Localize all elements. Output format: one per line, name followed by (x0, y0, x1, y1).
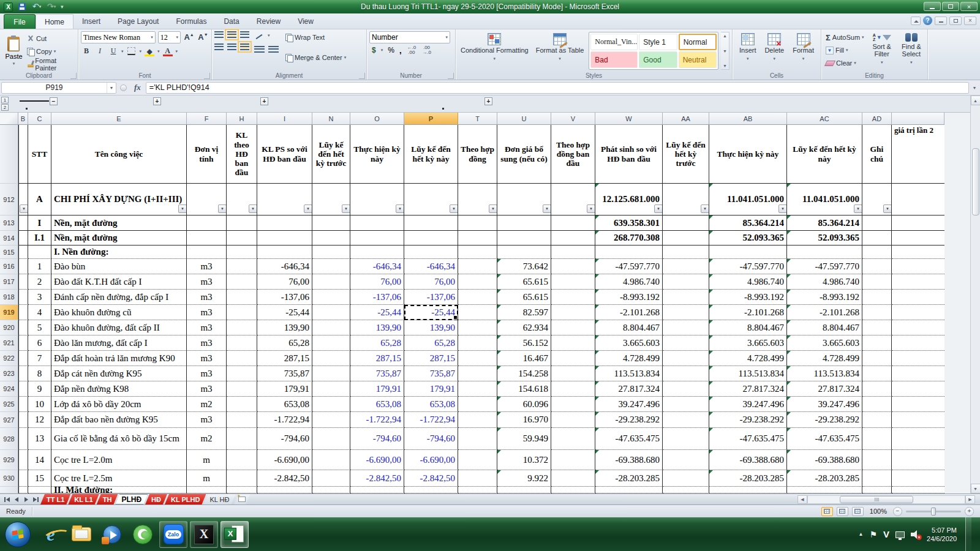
outline-level-1-button[interactable]: 1 (1, 97, 9, 103)
cell-928-i[interactable]: -794,60 (257, 428, 312, 450)
cell-921-klhd[interactable] (227, 335, 257, 351)
input-language-indicator[interactable]: V (883, 529, 889, 539)
cell-914-aa[interactable] (663, 231, 709, 246)
cell-923-u[interactable]: 154.258 (497, 366, 551, 381)
cell-930-ad[interactable] (862, 470, 892, 487)
cell-912-ab[interactable]: 11.041.051.000▼ (709, 184, 787, 216)
cell-915-w[interactable] (595, 246, 663, 259)
cell-930-w[interactable]: -28.203.285 (595, 470, 663, 487)
header-cell-p[interactable]: Lũy kế đến hết kỳ này (404, 125, 458, 184)
cell-919-o[interactable]: -25,44 (350, 305, 404, 320)
cell-925-t[interactable] (458, 397, 497, 412)
header-cell-name[interactable]: Tên công việc (51, 125, 187, 184)
header-cell-unit[interactable]: Đơn vị tính (187, 125, 227, 184)
filter-dropdown-button[interactable]: ▼ (489, 204, 497, 213)
cell-924-name[interactable]: Đắp nền đường K98 (51, 381, 187, 397)
expand-group-button-2[interactable]: + (260, 97, 268, 105)
cell-919-v[interactable] (551, 305, 595, 320)
cell-923-ab[interactable]: 113.513.834 (709, 366, 787, 381)
decrease-indent-icon[interactable] (254, 46, 265, 53)
taskbar-explorer-button[interactable] (67, 521, 96, 548)
column-header-B[interactable]: B (18, 113, 28, 124)
taskbar-wmp-button[interactable] (98, 521, 126, 548)
cell-921-p[interactable]: 65,28 (404, 335, 458, 351)
cell-922-unit[interactable]: m3 (187, 351, 227, 366)
cell-914-n[interactable] (312, 231, 350, 246)
currency-button[interactable]: $ (372, 46, 376, 54)
filter-dropdown-button[interactable]: ▼ (587, 204, 595, 213)
cell-922-stt[interactable]: 7 (28, 351, 51, 366)
grow-font-button[interactable]: A▲ (183, 31, 195, 43)
cell-x-w[interactable] (595, 487, 663, 493)
cell-919-b[interactable] (18, 305, 28, 320)
cell-928-aa[interactable] (663, 428, 709, 450)
taskbar-zalo-button[interactable]: Zalo (159, 521, 187, 548)
cell-927-n[interactable] (312, 412, 350, 428)
cell-913-p[interactable] (404, 216, 458, 231)
cell-912-n[interactable]: ▼ (312, 184, 350, 216)
format-cells-button[interactable]: Format▾ (790, 31, 816, 71)
column-header-AA[interactable]: AA (663, 113, 709, 124)
cell-918-u[interactable]: 65.615 (497, 290, 551, 305)
cell-922-aa[interactable] (663, 351, 709, 366)
conditional-formatting-button[interactable]: Conditional Formatting▾ (458, 31, 531, 71)
style-style1[interactable]: Style 1 (639, 34, 677, 50)
cell-930-unit[interactable]: m (187, 470, 227, 487)
cell-x-unit[interactable] (187, 487, 227, 493)
cell-914-ab[interactable]: 52.093.365 (709, 231, 787, 246)
cell-914-ac[interactable]: 52.093.365 (787, 231, 862, 246)
cell-928-n[interactable] (312, 428, 350, 450)
cell-918-name[interactable]: Đánh cấp nền đường, đắp cấp I (51, 290, 187, 305)
cell-920-t[interactable] (458, 320, 497, 335)
cell-912-p[interactable]: ▼ (404, 184, 458, 216)
header-cell-u[interactable]: Đơn giá bổ sung (nếu có) (497, 125, 551, 184)
filter-dropdown-button[interactable]: ▼ (20, 204, 28, 213)
cell-915-x2[interactable] (892, 246, 944, 259)
cell-915-stt[interactable] (28, 246, 51, 259)
cell-924-x2[interactable] (892, 381, 944, 397)
cell-928-ac[interactable]: -47.635.475 (787, 428, 862, 450)
cell-919-x2[interactable] (892, 305, 944, 320)
cell-930-b[interactable] (18, 470, 28, 487)
wrap-text-button[interactable]: Wrap Text (284, 31, 348, 43)
cell-x-klhd[interactable] (227, 487, 257, 493)
cell-918-b[interactable] (18, 290, 28, 305)
cell-930-ab[interactable]: -28.203.285 (709, 470, 787, 487)
cell-918-n[interactable] (312, 290, 350, 305)
cell-913-o[interactable] (350, 216, 404, 231)
align-top-icon[interactable] (214, 31, 224, 38)
cell-929-klhd[interactable] (227, 450, 257, 470)
show-desktop-button[interactable] (965, 517, 971, 551)
cell-919-p[interactable]: -25,44 (404, 305, 458, 320)
column-header-P[interactable]: P (404, 113, 458, 124)
cell-918-unit[interactable]: m3 (187, 290, 227, 305)
filter-dropdown-button[interactable]: ▼ (854, 204, 862, 213)
align-middle-icon[interactable] (227, 31, 236, 38)
cell-930-o[interactable]: -2.842,50 (350, 470, 404, 487)
sheet-tab-KL HĐ[interactable]: KL HĐ (203, 494, 235, 504)
gallery-down-icon[interactable]: ▼ (723, 49, 727, 53)
cell-929-x2[interactable] (892, 450, 944, 470)
cell-924-stt[interactable]: 9 (28, 381, 51, 397)
cell-925-unit[interactable]: m2 (187, 397, 227, 412)
expand-formula-bar-icon[interactable]: ▼ (970, 82, 979, 94)
cell-917-t[interactable] (458, 274, 497, 290)
cell-925-ab[interactable]: 39.247.496 (709, 397, 787, 412)
cell-916-unit[interactable]: m3 (187, 259, 227, 274)
speaker-muted-icon[interactable]: × (911, 530, 921, 539)
cell-922-w[interactable]: 4.728.499 (595, 351, 663, 366)
cell-927-stt[interactable]: 12 (28, 412, 51, 428)
cell-915-aa[interactable] (663, 246, 709, 259)
cell-916-n[interactable] (312, 259, 350, 274)
sheet-tab-TT L1[interactable]: TT L1 (40, 494, 70, 504)
cell-x-o[interactable] (350, 487, 404, 493)
cell-915-ab[interactable] (709, 246, 787, 259)
cell-914-u[interactable] (497, 231, 551, 246)
align-left-icon[interactable] (214, 43, 224, 50)
align-bottom-icon[interactable] (240, 31, 249, 38)
cell-928-stt[interactable]: 13 (28, 428, 51, 450)
cell-928-b[interactable] (18, 428, 28, 450)
orientation-icon[interactable] (254, 31, 264, 39)
header-cell-n[interactable]: Lũy kế đến hết kỳ trước (312, 125, 350, 184)
cell-923-t[interactable] (458, 366, 497, 381)
